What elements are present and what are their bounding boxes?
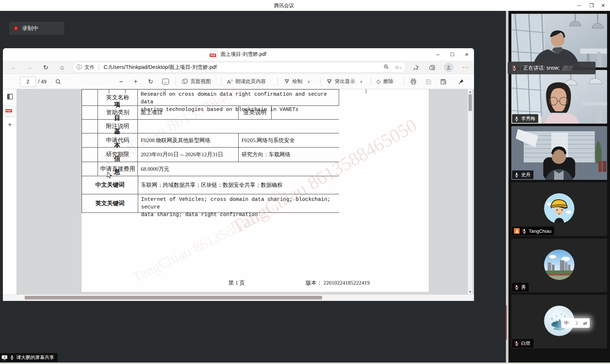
- speaking-indicator: 正在讲话: snow;: [508, 62, 595, 74]
- row-value: Research on cross domain data right conf…: [138, 90, 339, 106]
- print-icon[interactable]: [408, 76, 419, 87]
- mic-muted-icon: [514, 341, 519, 346]
- read-aloud-icon: A⟩⟩: [227, 79, 233, 85]
- draw-dropdown-chevron[interactable]: ∨: [307, 79, 310, 84]
- save-as-icon[interactable]: [438, 76, 448, 87]
- ime-moon-icon[interactable]: ☽: [574, 320, 578, 326]
- highlighter-icon: [326, 79, 332, 84]
- shared-browser-window: PDF 面上项目-刘雪娇.pdf ─ ☐ ✕ ← → ↻ ⌂ ⓘ 文件 │ C:…: [3, 48, 474, 301]
- participant-name: 史舟: [521, 171, 531, 178]
- search-icon[interactable]: [53, 76, 63, 87]
- share-banner-text: 谭大鹏的屏幕共享: [16, 354, 54, 361]
- avatar: [544, 249, 574, 280]
- browser-minimize-icon[interactable]: ─: [430, 48, 445, 61]
- refresh-icon[interactable]: ↻: [41, 62, 51, 73]
- meeting-stage: 录制中 PDF 面上项目-刘雪娇.pdf ─ ☐ ✕ ← → ↻ ⌂ ⓘ 文件 …: [0, 11, 610, 364]
- browser-tab-title: PDF 面上项目-刘雪娇.pdf: [3, 48, 474, 61]
- add-icon[interactable]: +: [5, 120, 14, 129]
- row-value2: 研究方向：车载网络: [239, 148, 339, 162]
- participants-sidebar: 正在讲话: snow;: [508, 11, 610, 364]
- scroll-down-icon[interactable]: ▼: [468, 290, 473, 294]
- taskbar-edge: [0, 363, 610, 364]
- participant-tile[interactable]: 史舟: [511, 126, 607, 180]
- ime-chinese-mode[interactable]: 中: [564, 320, 569, 326]
- row-value: 车联网；跨域数据共享；区块链；数据安全共享；数据确权: [138, 176, 339, 194]
- horizontal-scrollbar-thumb[interactable]: [25, 296, 322, 299]
- address-bar[interactable]: ⓘ 文件 │ C:/Users/Thinkpad/Desktop/面上项目-刘雪…: [73, 62, 406, 73]
- pdf-sidebar-strip: [3, 89, 17, 294]
- read-aloud-button[interactable]: A⟩⟩ 朗读此页内容: [227, 76, 266, 87]
- browser-menu-icon[interactable]: ···: [461, 62, 471, 73]
- mic-muted-icon: [522, 228, 527, 234]
- rotate-icon[interactable]: ↻: [145, 76, 156, 87]
- row-subvalue: [272, 106, 339, 119]
- pdf-icon: PDF: [6, 106, 13, 114]
- back-icon[interactable]: ←: [9, 62, 19, 73]
- row-value: Internet of Vehicles; cross domain data …: [138, 194, 339, 212]
- fit-width-icon[interactable]: ↔: [160, 76, 170, 87]
- participant-name-tag: TangChiau: [512, 227, 554, 235]
- file-scheme-label: 文件: [85, 64, 95, 71]
- side-pane-icon[interactable]: [5, 92, 14, 101]
- page-footer-number: 第 1 页: [228, 280, 245, 286]
- forward-icon[interactable]: →: [24, 62, 34, 73]
- recording-badge[interactable]: 录制中: [9, 22, 64, 35]
- ime-toggle-icon[interactable]: ⇄: [583, 320, 587, 326]
- window-edge-artifact: [506, 305, 507, 340]
- meeting-window-title: 腾讯会议: [0, 0, 568, 11]
- participant-name-tag: 史舟: [512, 170, 533, 179]
- participant-tile[interactable]: TangChiau: [511, 182, 607, 236]
- browser-close-icon[interactable]: ✕: [459, 48, 474, 61]
- add-favorite-star-icon[interactable]: ☆+: [393, 64, 402, 71]
- scroll-up-icon[interactable]: ▲: [468, 90, 473, 94]
- draw-button[interactable]: 绘制 ∨: [284, 76, 310, 87]
- avatar: [544, 193, 574, 224]
- row-value: [138, 120, 339, 133]
- favorites-icon[interactable]: [411, 62, 421, 73]
- recording-label: 录制中: [22, 25, 38, 32]
- browser-titlebar: PDF 面上项目-刘雪娇.pdf ─ ☐ ✕: [3, 48, 474, 61]
- row-value2: F0205.网络与系统安全: [239, 133, 339, 147]
- participant-tile-snow[interactable]: [511, 14, 607, 67]
- pdf-file-icon: PDF: [210, 50, 218, 58]
- page-number-input[interactable]: 2: [20, 76, 36, 87]
- participant-name: 勇: [521, 284, 526, 290]
- erase-button[interactable]: ◇ 擦除: [376, 76, 393, 87]
- home-icon[interactable]: ⌂: [57, 62, 67, 73]
- table-vertical-header: 项 目 基 本 信 息: [109, 94, 125, 183]
- participant-name-tag: 李秀梅: [512, 114, 538, 123]
- participant-name: 白煜: [521, 340, 531, 347]
- zoom-out-icon[interactable]: −: [116, 76, 126, 87]
- participant-tile[interactable]: 李秀梅: [511, 70, 607, 124]
- table-row: 英文关键词 Internet of Vehicles; cross domain…: [82, 194, 339, 213]
- profile-avatar[interactable]: [444, 63, 453, 72]
- pdf-page: TangChiau 8613588465050 TangChiau 861358…: [82, 89, 429, 292]
- page-footer-version: 版本： 22010224185222419: [306, 280, 370, 286]
- collections-icon[interactable]: [427, 62, 437, 73]
- meeting-titlebar: 腾讯会议 ─ ❐ ✕: [0, 0, 610, 11]
- pdf-viewport[interactable]: PDF + TangChiau 8613588465050 TangChiau …: [3, 89, 474, 294]
- row-value: 面上项目: [138, 106, 239, 119]
- meeting-logo-ghost: [567, 66, 574, 71]
- restore-icon[interactable]: ❐: [585, 0, 598, 11]
- browser-maximize-icon[interactable]: ☐: [445, 48, 459, 61]
- address-url: C:/Users/Thinkpad/Desktop/面上项目-刘雪娇.pdf: [104, 64, 379, 71]
- zoom-in-icon[interactable]: [382, 64, 391, 71]
- participant-tile[interactable]: 白煜: [511, 295, 607, 348]
- ime-toolbar[interactable]: 中 ☽ ⇄: [561, 318, 590, 328]
- highlight-dropdown-chevron[interactable]: ∨: [360, 79, 363, 84]
- pin-toolbar-icon[interactable]: [456, 76, 466, 87]
- vertical-scrollbar[interactable]: ▲ ▼: [468, 89, 473, 294]
- zoom-in-plus-icon[interactable]: +: [131, 76, 141, 87]
- vertical-scrollbar-thumb[interactable]: [469, 94, 472, 111]
- address-separator: │: [98, 65, 101, 70]
- participant-tile[interactable]: 勇: [511, 239, 607, 292]
- speaking-text: 正在讲话: snow;: [523, 65, 560, 71]
- highlight-button[interactable]: 突出显示 ∨: [326, 76, 363, 87]
- close-icon[interactable]: ✕: [597, 0, 609, 11]
- pdf-thumbnail-button[interactable]: PDF: [4, 104, 15, 116]
- save-icon[interactable]: [423, 76, 433, 87]
- page-view-button[interactable]: 页面视图: [181, 76, 211, 87]
- info-icon[interactable]: ⓘ: [77, 64, 82, 71]
- minimize-icon[interactable]: ─: [573, 0, 585, 11]
